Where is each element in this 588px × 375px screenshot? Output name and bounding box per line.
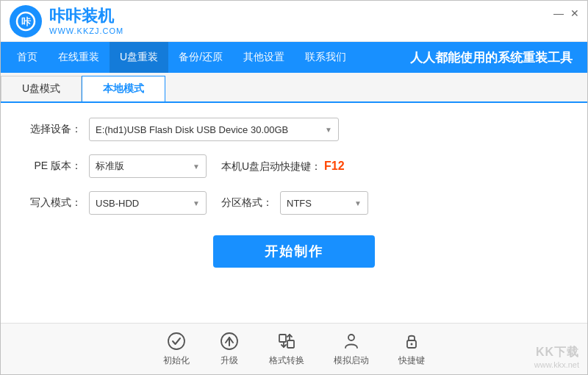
start-btn-container: 开始制作 [23, 235, 565, 268]
shortcut-key: F12 [324, 160, 345, 172]
watermark-url: www.kkx.net [534, 360, 579, 369]
write-dropdown-arrow: ▼ [193, 199, 200, 207]
tool-init-label: 初始化 [163, 354, 190, 367]
tool-init[interactable]: 初始化 [163, 331, 190, 367]
minimize-button[interactable]: — [552, 7, 565, 20]
title-bar: 咔 咔咔装机 WWW.KKZJ.COM — ✕ [1, 1, 587, 42]
partition-label: 分区格式： [221, 196, 273, 210]
tool-convert[interactable]: 格式转换 [269, 331, 304, 367]
device-dropdown-arrow: ▼ [325, 126, 332, 134]
pe-row: PE 版本： 标准版 ▼ 本机U盘启动快捷键： F12 [23, 154, 565, 178]
arrow-up-circle-icon [219, 331, 240, 351]
partition-dropdown-arrow: ▼ [354, 199, 362, 207]
svg-point-11 [411, 343, 413, 346]
pe-dropdown-arrow: ▼ [193, 162, 200, 171]
partition-value: NTFS [287, 198, 312, 209]
partition-select[interactable]: NTFS ▼ [280, 191, 368, 215]
tool-shortcut-label: 快捷键 [398, 354, 425, 367]
app-url: WWW.KKZJ.COM [49, 26, 123, 35]
tool-upgrade-label: 升级 [220, 354, 238, 367]
device-select[interactable]: E:(hd1)USB Flash Disk USB Device 30.00GB… [89, 118, 339, 141]
window-controls: — ✕ [552, 7, 581, 20]
nav-slogan: 人人都能使用的系统重装工具 [410, 49, 581, 66]
bottom-toolbar: 初始化 升级 [1, 323, 587, 374]
svg-rect-5 [279, 335, 286, 342]
shortcut-label: 本机U盘启动快捷键： [221, 160, 321, 172]
pe-label: PE 版本： [23, 160, 82, 173]
tool-simulate-label: 模拟启动 [334, 354, 369, 367]
pe-value: 标准版 [96, 160, 124, 173]
shortcut-info: 本机U盘启动快捷键： F12 [221, 160, 345, 174]
tab-usb[interactable]: U盘模式 [1, 76, 82, 101]
main-window: 咔 咔咔装机 WWW.KKZJ.COM — ✕ 首页 在线重装 U盘重装 备份/… [0, 0, 588, 375]
lock-icon [401, 331, 422, 351]
app-name: 咔咔装机 [49, 7, 123, 26]
device-label: 选择设备： [23, 123, 82, 136]
close-button[interactable]: ✕ [568, 7, 581, 20]
device-value: E:(hd1)USB Flash Disk USB Device 30.00GB [96, 124, 288, 135]
write-mode-row: 写入模式： USB-HDD ▼ 分区格式： NTFS ▼ [23, 191, 565, 215]
nav-item-backup[interactable]: 备份/还原 [168, 42, 233, 73]
nav-item-home[interactable]: 首页 [7, 42, 48, 73]
tool-simulate[interactable]: 模拟启动 [334, 331, 369, 367]
tabs-bar: U盘模式 本地模式 [1, 73, 587, 103]
app-title-group: 咔咔装机 WWW.KKZJ.COM [49, 7, 123, 35]
watermark-logo: KK下载 [534, 345, 579, 360]
tool-shortcut[interactable]: 快捷键 [398, 331, 425, 367]
nav-item-usb[interactable]: U盘重装 [110, 42, 168, 73]
main-content: 选择设备： E:(hd1)USB Flash Disk USB Device 3… [1, 103, 587, 323]
svg-rect-6 [287, 340, 294, 348]
nav-bar: 首页 在线重装 U盘重装 备份/还原 其他设置 联系我们 人人都能使用的系统重装… [1, 42, 587, 73]
nav-item-contact[interactable]: 联系我们 [295, 42, 356, 73]
tab-local[interactable]: 本地模式 [82, 76, 165, 101]
app-logo: 咔 [10, 5, 42, 38]
write-select[interactable]: USB-HDD ▼ [89, 191, 207, 215]
write-label: 写入模式： [23, 196, 82, 210]
svg-point-2 [168, 333, 184, 349]
write-value: USB-HDD [96, 198, 139, 209]
device-row: 选择设备： E:(hd1)USB Flash Disk USB Device 3… [23, 118, 565, 141]
pe-select[interactable]: 标准版 ▼ [89, 154, 207, 178]
start-button[interactable]: 开始制作 [213, 235, 375, 268]
check-circle-icon [166, 331, 187, 351]
person-icon [341, 331, 362, 351]
tool-convert-label: 格式转换 [269, 354, 304, 367]
nav-item-settings[interactable]: 其他设置 [233, 42, 295, 73]
watermark: KK下载 www.kkx.net [534, 345, 579, 369]
tool-upgrade[interactable]: 升级 [219, 331, 240, 367]
svg-point-9 [348, 335, 354, 340]
nav-item-online[interactable]: 在线重装 [48, 42, 110, 73]
convert-icon [276, 331, 297, 351]
svg-text:咔: 咔 [21, 16, 32, 27]
